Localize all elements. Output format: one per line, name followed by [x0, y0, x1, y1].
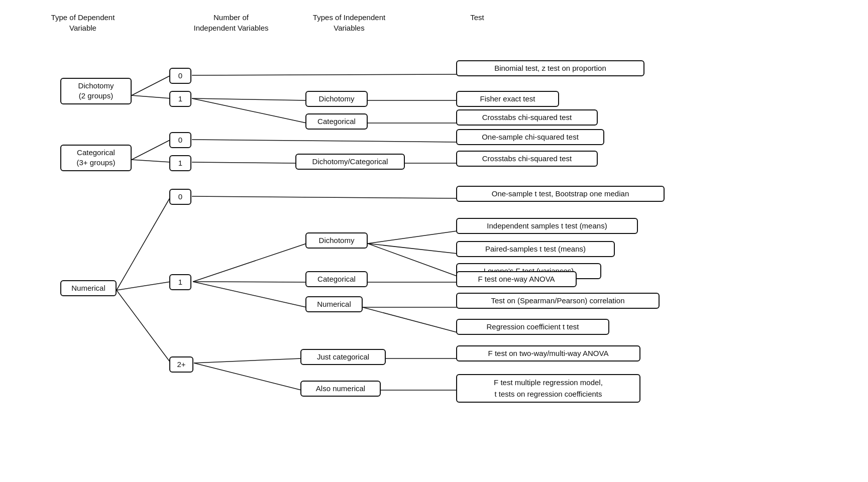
node-dichotomy: Dichotomy(2 groups)	[60, 78, 132, 104]
node-t-spearman: Test on (Spearman/Pearson) correlation	[456, 293, 660, 309]
node-n1: 1	[169, 274, 191, 290]
svg-line-7	[192, 74, 457, 75]
svg-line-12	[192, 140, 457, 142]
node-numerical-dep: Numerical	[60, 280, 117, 296]
svg-line-20	[368, 244, 457, 254]
svg-line-19	[368, 231, 457, 244]
node-n2-justcat: Just categorical	[300, 349, 386, 365]
node-n0: 0	[169, 189, 191, 205]
svg-line-16	[193, 244, 306, 282]
svg-line-2	[132, 140, 171, 160]
svg-line-5	[117, 282, 171, 290]
node-n1-dichotomy: Dichotomy	[305, 232, 368, 249]
svg-line-4	[117, 196, 171, 290]
node-n1-numerical: Numerical	[305, 296, 363, 312]
node-t-twoway: F test on two-way/multi-way ANOVA	[456, 345, 640, 362]
node-categorical-dep: Categorical(3+ groups)	[60, 145, 132, 171]
node-c0: 0	[169, 132, 191, 148]
node-t-onesampchi: One-sample chi-squared test	[456, 129, 604, 145]
node-t-onesamplt: One-sample t test, Bootstrap one median	[456, 186, 665, 202]
header-dependent: Type of DependentVariable	[38, 12, 128, 33]
node-c1: 1	[169, 155, 191, 171]
svg-line-6	[117, 290, 171, 363]
connector-lines	[0, 0, 868, 482]
header-test: Test	[452, 12, 502, 23]
svg-line-21	[368, 244, 457, 276]
node-d0: 0	[169, 68, 191, 84]
header-types: Types of IndependentVariables	[291, 12, 407, 33]
svg-line-1	[132, 95, 171, 98]
node-t-indep: Independent samples t test (means)	[456, 218, 638, 234]
diagram-container: Type of DependentVariable Number ofIndep…	[0, 0, 868, 482]
node-d1: 1	[169, 91, 191, 107]
svg-line-8	[192, 98, 306, 100]
node-t-binomial: Binomial test, z test on proportion	[456, 60, 644, 76]
node-t-multireg: F test multiple regression model,t tests…	[456, 374, 640, 403]
svg-line-25	[194, 358, 301, 363]
svg-line-9	[192, 98, 306, 123]
svg-line-17	[193, 282, 306, 282]
header-number: Number ofIndependent Variables	[181, 12, 281, 33]
svg-line-0	[132, 75, 171, 95]
node-t-fanova: F test one-way ANOVA	[456, 271, 577, 287]
node-t-regcoef: Regression coefficient t test	[456, 319, 609, 335]
svg-line-13	[192, 162, 296, 163]
node-t-paired: Paired-samples t test (means)	[456, 241, 615, 257]
node-t-fisher: Fisher exact test	[456, 91, 559, 107]
svg-line-18	[193, 282, 306, 307]
node-n1-categorical: Categorical	[305, 271, 368, 287]
node-d1-dichotomy: Dichotomy	[305, 91, 368, 107]
svg-line-24	[363, 307, 457, 332]
node-n2plus: 2+	[169, 356, 193, 373]
node-t-crosstabs2: Crosstabs chi-squared test	[456, 151, 598, 167]
node-d1-categorical: Categorical	[305, 113, 368, 130]
svg-line-15	[192, 196, 457, 198]
svg-line-3	[132, 160, 171, 162]
node-t-crosstabs1: Crosstabs chi-squared test	[456, 109, 598, 126]
node-c1-dichcat: Dichotomy/Categorical	[295, 154, 405, 170]
node-n2-alsonum: Also numerical	[300, 381, 381, 397]
svg-line-26	[194, 363, 301, 390]
